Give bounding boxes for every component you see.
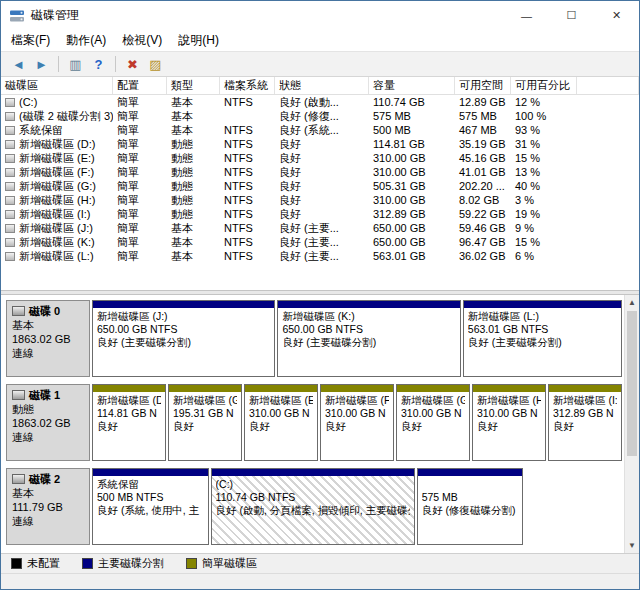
volume-pct-cell: 6 %: [511, 249, 577, 263]
scroll-down-arrow[interactable]: ▼: [625, 538, 639, 553]
volume-filler-cell: [577, 95, 639, 109]
volume-row[interactable]: 新增磁碟區 (K:)簡單基本NTFS良好 (主要...650.00 GB96.4…: [1, 235, 639, 249]
close-button[interactable]: ✕: [594, 1, 639, 30]
scroll-thumb[interactable]: [627, 311, 637, 456]
column-header[interactable]: 可用百分比: [511, 77, 577, 94]
volume-row[interactable]: 新增磁碟區 (L:)簡單基本NTFS良好 (主要...563.01 GB36.0…: [1, 249, 639, 263]
menu-item[interactable]: 動作(A): [58, 30, 114, 51]
volume-layout-cell: 簡單: [113, 95, 167, 109]
partition-type-strip: [93, 469, 208, 476]
volume-name: 新增磁碟區 (H:): [19, 194, 95, 206]
toolbar-separator: [58, 56, 59, 72]
menu-item[interactable]: 檔案(F): [3, 30, 58, 51]
volume-row[interactable]: (磁碟 2 磁碟分割 3)簡單基本良好 (修復...575 MB575 MB10…: [1, 109, 639, 123]
scrollbar[interactable]: ▲ ▼: [624, 295, 639, 553]
partition-info: 新增磁碟區 (G310.00 GB N良好: [397, 392, 469, 460]
column-header[interactable]: 配置: [113, 77, 167, 94]
menu-item[interactable]: 說明(H): [170, 30, 227, 51]
volume-row[interactable]: 新增磁碟區 (H:)簡單動態NTFS良好310.00 GB8.02 GB3 %: [1, 193, 639, 207]
volume-capacity-cell: 575 MB: [369, 109, 455, 123]
menu-item[interactable]: 檢視(V): [114, 30, 170, 51]
volume-row[interactable]: (C:)簡單基本NTFS良好 (啟動...110.74 GB12.89 GB12…: [1, 95, 639, 109]
volume-row[interactable]: 新增磁碟區 (J:)簡單基本NTFS良好 (主要...650.00 GB59.4…: [1, 221, 639, 235]
open-folder-icon[interactable]: ▨: [144, 57, 167, 72]
partition-type-strip: [93, 385, 165, 392]
partition[interactable]: 新增磁碟區 (G310.00 GB N良好: [396, 384, 470, 461]
partition-type-strip: [549, 385, 621, 392]
volume-filler-cell: [577, 151, 639, 165]
volume-capacity-cell: 310.00 GB: [369, 165, 455, 179]
help-icon[interactable]: ?: [87, 57, 110, 72]
app-icon: [9, 8, 25, 24]
volume-layout-cell: 簡單: [113, 249, 167, 263]
volume-layout-cell: 簡單: [113, 207, 167, 221]
volume-status-cell: 良好 (主要...: [275, 235, 369, 249]
volume-free-cell: 12.89 GB: [455, 95, 511, 109]
partition-size: 310.00 GB N: [325, 407, 389, 420]
volume-icon: [5, 196, 15, 205]
volume-layout-cell: 簡單: [113, 123, 167, 137]
volume-icon: [5, 252, 15, 261]
maximize-button[interactable]: ☐: [549, 1, 594, 30]
partition-type-strip: [397, 385, 469, 392]
scroll-up-arrow[interactable]: ▲: [625, 295, 639, 310]
partition[interactable]: 系統保留500 MB NTFS良好 (系統, 使用中, 主: [92, 468, 209, 545]
partition[interactable]: 新增磁碟區 (F310.00 GB N良好: [320, 384, 394, 461]
volume-row[interactable]: 新增磁碟區 (I:)簡單動態NTFS良好312.89 GB59.22 GB19 …: [1, 207, 639, 221]
volume-row[interactable]: 新增磁碟區 (D:)簡單動態NTFS良好114.81 GB35.19 GB31 …: [1, 137, 639, 151]
volume-name: 新增磁碟區 (G:): [19, 180, 96, 192]
partition-info: (C:)110.74 GB NTFS良好 (啟動, 分頁檔案, 損毀傾印, 主要…: [212, 476, 414, 544]
disk-label[interactable]: 磁碟 0基本1863.02 GB連線: [6, 300, 90, 377]
volume-fs-cell: NTFS: [220, 207, 275, 221]
volume-capacity-cell: 110.74 GB: [369, 95, 455, 109]
partition-status: 良好 (修復磁碟分割): [422, 504, 518, 517]
column-header[interactable]: 容量: [369, 77, 455, 94]
volume-row[interactable]: 系統保留簡單基本NTFS良好 (系統...500 MB467 MB93 %: [1, 123, 639, 137]
disk-kind: 基本: [12, 486, 84, 500]
volume-row[interactable]: 新增磁碟區 (F:)簡單動態NTFS良好310.00 GB41.01 GB13 …: [1, 165, 639, 179]
volume-name-cell: 新增磁碟區 (L:): [1, 249, 113, 263]
partition[interactable]: (C:)110.74 GB NTFS良好 (啟動, 分頁檔案, 損毀傾印, 主要…: [211, 468, 415, 545]
partition-name: 新增磁碟區 (E: [249, 394, 313, 407]
column-header[interactable]: 磁碟區: [1, 77, 113, 94]
partition-name: 新增磁碟區 (F: [325, 394, 389, 407]
column-header[interactable]: 可用空間: [455, 77, 511, 94]
forward-arrow-icon[interactable]: ►: [30, 57, 53, 72]
disk-label[interactable]: 磁碟 1動態1863.02 GB連線: [6, 384, 90, 461]
volume-status-cell: 良好 (主要...: [275, 221, 369, 235]
back-arrow-icon[interactable]: ◄: [7, 57, 30, 72]
partition[interactable]: 新增磁碟區 (K:)650.00 GB NTFS良好 (主要磁碟分割): [277, 300, 460, 377]
minimize-button[interactable]: —: [504, 1, 549, 30]
partition[interactable]: 575 MB良好 (修復磁碟分割): [417, 468, 523, 545]
column-header[interactable]: 類型: [167, 77, 220, 94]
partition[interactable]: 新增磁碟區 (D114.81 GB N良好: [92, 384, 166, 461]
volume-free-cell: 36.02 GB: [455, 249, 511, 263]
volume-row[interactable]: 新增磁碟區 (G:)簡單動態NTFS良好505.31 GB202.20 ...4…: [1, 179, 639, 193]
volume-filler-cell: [577, 249, 639, 263]
disk-label[interactable]: 磁碟 2基本111.79 GB連線: [6, 468, 90, 545]
volume-filler-cell: [577, 221, 639, 235]
legend-swatch: [11, 558, 22, 569]
volume-status-cell: 良好: [275, 179, 369, 193]
delete-volume-icon[interactable]: ✖: [121, 57, 144, 72]
volume-name-cell: 新增磁碟區 (G:): [1, 179, 113, 193]
partition[interactable]: 新增磁碟區 (I:312.89 GB N良好: [548, 384, 622, 461]
partition[interactable]: 新增磁碟區 (E310.00 GB N良好: [244, 384, 318, 461]
volume-capacity-cell: 563.01 GB: [369, 249, 455, 263]
volume-row[interactable]: 新增磁碟區 (E:)簡單動態NTFS良好310.00 GB45.16 GB15 …: [1, 151, 639, 165]
partition-size: 312.89 GB N: [553, 407, 617, 420]
volume-capacity-cell: 310.00 GB: [369, 151, 455, 165]
partition-status: 良好: [97, 420, 161, 433]
volume-status-cell: 良好: [275, 151, 369, 165]
partition[interactable]: 新增磁碟區 (J:)650.00 GB NTFS良好 (主要磁碟分割): [92, 300, 275, 377]
volume-table-header: 磁碟區配置類型檔案系統狀態容量可用空間可用百分比: [1, 77, 639, 95]
partition-info: 新增磁碟區 (D114.81 GB N良好: [93, 392, 165, 460]
partition[interactable]: 新增磁碟區 (L:)563.01 GB NTFS良好 (主要磁碟分割): [463, 300, 622, 377]
column-header[interactable]: 檔案系統: [220, 77, 275, 94]
partition[interactable]: 新增磁碟區 (H310.00 GB N良好: [472, 384, 546, 461]
console-tree-icon[interactable]: ▥: [64, 57, 87, 72]
volume-type-cell: 基本: [167, 221, 220, 235]
volume-free-cell: 8.02 GB: [455, 193, 511, 207]
partition[interactable]: 新增磁碟區 (G195.31 GB N良好: [168, 384, 242, 461]
column-header[interactable]: 狀態: [275, 77, 369, 94]
